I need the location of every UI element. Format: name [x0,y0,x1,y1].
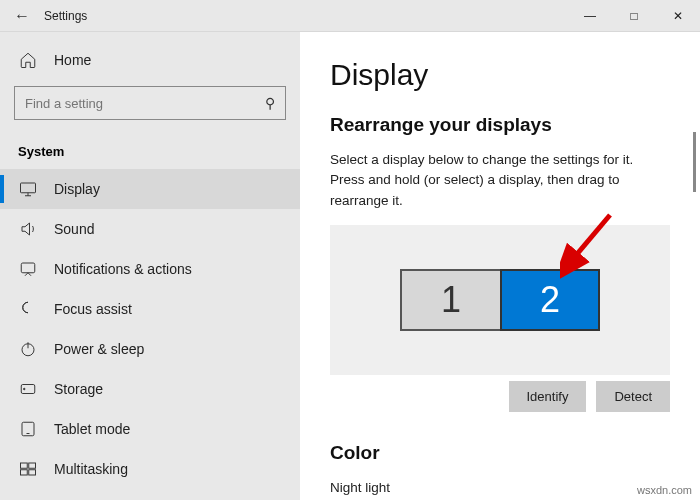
monitor-1[interactable]: 1 [400,269,500,331]
search-icon: ⚲ [265,95,275,111]
power-icon [18,339,38,359]
sidebar-item-focus-assist[interactable]: Focus assist [0,289,300,329]
page-title: Display [330,58,670,92]
sidebar-item-label: Power & sleep [54,341,144,357]
monitor-2[interactable]: 2 [500,269,600,331]
display-icon [18,179,38,199]
svg-point-4 [24,388,26,390]
svg-rect-9 [29,470,36,475]
sidebar-item-label: Notifications & actions [54,261,192,277]
search-box[interactable]: ⚲ [14,86,286,120]
section-color: Color [330,442,670,464]
scrollbar[interactable] [693,132,696,192]
identify-button[interactable]: Identify [509,381,587,412]
sidebar-item-power-sleep[interactable]: Power & sleep [0,329,300,369]
maximize-button[interactable]: □ [612,0,656,32]
window-title: Settings [44,9,87,23]
display-arrangement-canvas[interactable]: 1 2 [330,225,670,375]
search-input[interactable] [25,96,265,111]
sidebar-item-home[interactable]: Home [0,38,300,82]
sidebar-item-display[interactable]: Display [0,169,300,209]
title-bar: ← Settings ― □ ✕ [0,0,700,32]
sidebar-item-label: Home [54,52,91,68]
sidebar-item-label: Focus assist [54,301,132,317]
sidebar-item-tablet-mode[interactable]: Tablet mode [0,409,300,449]
svg-rect-0 [21,183,36,193]
content-pane: Display Rearrange your displays Select a… [300,32,700,500]
night-light-label: Night light [330,478,670,498]
storage-icon [18,379,38,399]
notifications-icon [18,259,38,279]
svg-rect-1 [21,263,35,273]
sidebar-item-label: Sound [54,221,94,237]
sidebar-item-multitasking[interactable]: Multitasking [0,449,300,489]
back-button[interactable]: ← [0,7,44,25]
sidebar-heading: System [0,128,300,169]
sidebar: Home ⚲ System Display Sound Notification… [0,32,300,500]
svg-rect-8 [21,470,28,475]
sidebar-item-storage[interactable]: Storage [0,369,300,409]
detect-button[interactable]: Detect [596,381,670,412]
tablet-icon [18,419,38,439]
close-button[interactable]: ✕ [656,0,700,32]
sound-icon [18,219,38,239]
focus-assist-icon [18,299,38,319]
sidebar-item-label: Storage [54,381,103,397]
watermark: wsxdn.com [637,484,692,496]
sidebar-item-sound[interactable]: Sound [0,209,300,249]
svg-rect-6 [21,463,28,468]
section-rearrange: Rearrange your displays [330,114,670,136]
sidebar-item-notifications[interactable]: Notifications & actions [0,249,300,289]
svg-rect-7 [29,463,36,468]
home-icon [18,50,38,70]
sidebar-item-label: Tablet mode [54,421,130,437]
sidebar-item-label: Display [54,181,100,197]
minimize-button[interactable]: ― [568,0,612,32]
sidebar-item-label: Multitasking [54,461,128,477]
rearrange-description: Select a display below to change the set… [330,150,670,211]
multitasking-icon [18,459,38,479]
